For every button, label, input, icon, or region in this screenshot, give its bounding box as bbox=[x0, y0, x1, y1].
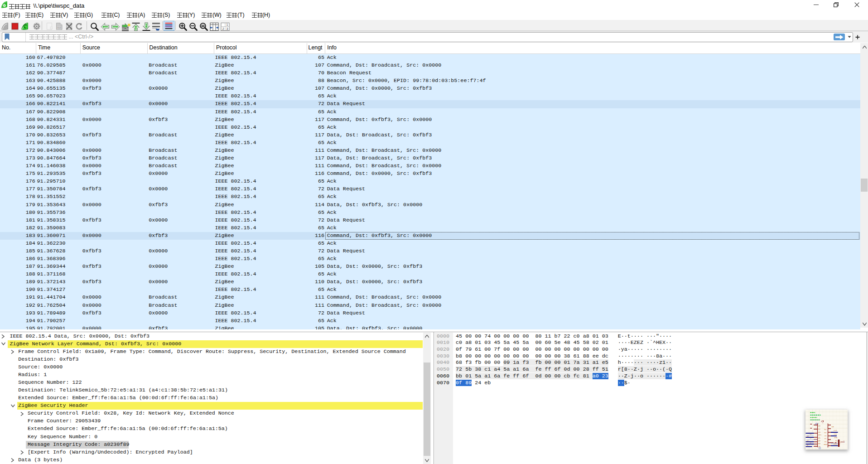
svg-text:r9: r9 bbox=[810, 434, 811, 435]
svg-text:r7: r7 bbox=[810, 438, 811, 440]
svg-text:h9: h9 bbox=[807, 435, 809, 437]
svg-text:t7: t7 bbox=[810, 442, 811, 444]
svg-text:2: 2 bbox=[222, 27, 224, 30]
svg-text:OI: OI bbox=[825, 432, 827, 434]
svg-text:OhO: OhO bbox=[834, 443, 837, 445]
svg-text:yrvO: yrvO bbox=[840, 441, 845, 443]
svg-text:AR: AR bbox=[818, 440, 820, 442]
svg-text:3Pn: 3Pn bbox=[818, 434, 822, 436]
svg-text:Fh: Fh bbox=[818, 437, 820, 439]
svg-text:Ye: Ye bbox=[825, 435, 827, 437]
svg-text:O2: O2 bbox=[818, 428, 820, 430]
svg-text:VR: VR bbox=[818, 446, 820, 448]
svg-text:YeO: YeO bbox=[834, 433, 837, 435]
svg-text:GND: GND bbox=[824, 444, 828, 445]
svg-text:010: 010 bbox=[57, 27, 61, 29]
svg-text:IhR: IhR bbox=[834, 437, 838, 439]
svg-text:V13: V13 bbox=[834, 430, 837, 431]
svg-text:1: 1 bbox=[226, 23, 228, 26]
svg-text:3: 3 bbox=[226, 27, 228, 30]
svg-text:WN: WN bbox=[818, 425, 820, 427]
svg-text:hC: hC bbox=[835, 440, 838, 442]
svg-text:I3: I3 bbox=[818, 431, 820, 433]
svg-text:IC: IC bbox=[825, 438, 827, 440]
svg-text:oN: oN bbox=[818, 443, 820, 445]
svg-text:t9: t9 bbox=[807, 445, 808, 446]
svg-text:bC: bC bbox=[825, 429, 827, 430]
svg-text:VO: VO bbox=[825, 441, 827, 443]
svg-text:h7: h7 bbox=[807, 440, 809, 442]
svg-text:NG: NG bbox=[832, 426, 834, 428]
